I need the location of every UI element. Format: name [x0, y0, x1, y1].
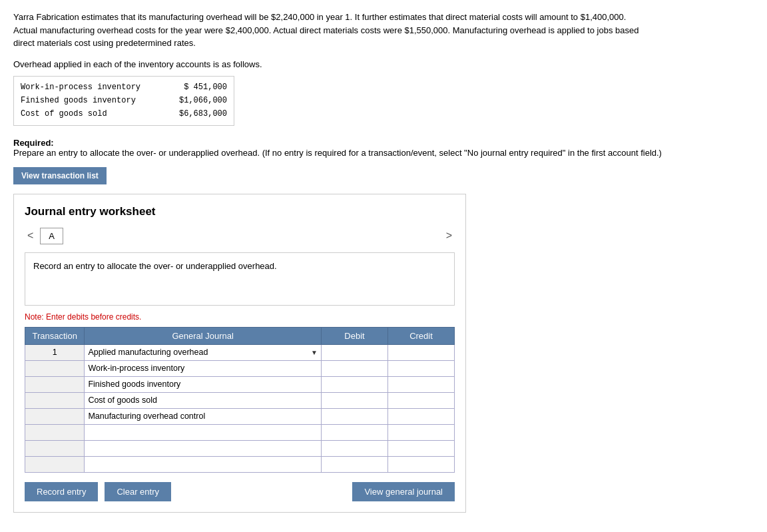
debit-cell[interactable]: [321, 360, 387, 376]
view-general-journal-button[interactable]: View general journal: [352, 482, 455, 501]
intro-paragraph: Yarra Fabrication estimates that its man…: [13, 11, 646, 50]
credit-cell[interactable]: [387, 440, 454, 456]
intro-text-1: Yarra Fabrication estimates that its man…: [13, 12, 639, 48]
general-journal-cell: [85, 440, 322, 456]
inventory-row-fg: Finished goods inventory $1,066,000: [21, 94, 227, 107]
debit-cell[interactable]: [321, 424, 387, 440]
header-transaction: Transaction: [25, 327, 85, 344]
overhead-label: Overhead applied in each of the inventor…: [13, 59, 754, 69]
journal-worksheet: Journal entry worksheet < A > Record an …: [13, 194, 466, 513]
inventory-row-cogs: Cost of goods sold $6,683,000: [21, 107, 227, 121]
transaction-cell: [25, 408, 85, 424]
table-row: Cost of goods sold: [25, 392, 455, 408]
required-instruction: Prepare an entry to allocate the over- o…: [13, 148, 754, 158]
journal-note: Note: Enter debits before credits.: [25, 312, 455, 322]
credit-cell[interactable]: [387, 392, 454, 408]
journal-table: Transaction General Journal Debit Credit…: [25, 327, 455, 473]
dropdown-arrow-icon[interactable]: ▼: [311, 349, 318, 356]
transaction-cell: [25, 376, 85, 392]
general-journal-cell: [85, 456, 322, 472]
view-transaction-button[interactable]: View transaction list: [13, 167, 107, 184]
cogs-label: Cost of goods sold: [21, 107, 154, 121]
fg-value: $1,066,000: [167, 94, 227, 107]
nav-left-arrow[interactable]: <: [25, 228, 36, 243]
tab-navigation: < A >: [25, 228, 455, 244]
header-general-journal: General Journal: [85, 327, 322, 344]
instruction-box: Record an entry to allocate the over- or…: [25, 252, 455, 306]
nav-right-arrow[interactable]: >: [443, 228, 455, 243]
debit-cell[interactable]: [321, 440, 387, 456]
tab-a-button[interactable]: A: [40, 228, 63, 244]
journal-instruction-text: Record an entry to allocate the over- or…: [33, 261, 277, 271]
fg-label: Finished goods inventory: [21, 94, 154, 107]
journal-title: Journal entry worksheet: [25, 205, 455, 218]
header-credit: Credit: [387, 327, 454, 344]
credit-cell[interactable]: [387, 424, 454, 440]
record-entry-button[interactable]: Record entry: [25, 482, 98, 501]
required-header: Required:: [13, 138, 754, 148]
transaction-cell: [25, 440, 85, 456]
cogs-value: $6,683,000: [167, 107, 227, 121]
general-journal-cell[interactable]: Finished goods inventory: [85, 376, 322, 392]
credit-cell[interactable]: [387, 360, 454, 376]
general-journal-cell[interactable]: Cost of goods sold: [85, 392, 322, 408]
debit-cell[interactable]: [321, 392, 387, 408]
credit-cell[interactable]: [387, 456, 454, 472]
table-row: [25, 424, 455, 440]
general-journal-cell[interactable]: Applied manufacturing overhead▼: [85, 344, 322, 360]
required-section: Required: Prepare an entry to allocate t…: [13, 138, 754, 158]
transaction-cell: [25, 360, 85, 376]
general-journal-cell: [85, 424, 322, 440]
table-row: Finished goods inventory: [25, 376, 455, 392]
inventory-table: Work-in-process inventory $ 451,000 Fini…: [13, 76, 234, 126]
table-row: 1Applied manufacturing overhead▼: [25, 344, 455, 360]
table-row: [25, 440, 455, 456]
required-label: Required:: [13, 138, 54, 148]
journal-entry-label: Applied manufacturing overhead: [88, 348, 208, 357]
clear-entry-button[interactable]: Clear entry: [105, 482, 171, 501]
table-header-row: Transaction General Journal Debit Credit: [25, 327, 455, 344]
credit-cell[interactable]: [387, 376, 454, 392]
transaction-cell: 1: [25, 344, 85, 360]
instruction-highlight: (If no entry is required for a transacti…: [262, 148, 662, 158]
wip-value: $ 451,000: [167, 81, 227, 94]
wip-label: Work-in-process inventory: [21, 81, 154, 94]
transaction-cell: [25, 424, 85, 440]
header-debit: Debit: [321, 327, 387, 344]
debit-cell[interactable]: [321, 408, 387, 424]
debit-cell[interactable]: [321, 456, 387, 472]
instruction-plain: Prepare an entry to allocate the over- o…: [13, 148, 260, 158]
inventory-row-wip: Work-in-process inventory $ 451,000: [21, 81, 227, 94]
transaction-cell: [25, 456, 85, 472]
debit-cell[interactable]: [321, 344, 387, 360]
table-row: Manufacturing overhead control: [25, 408, 455, 424]
general-journal-cell[interactable]: Work-in-process inventory: [85, 360, 322, 376]
table-row: Work-in-process inventory: [25, 360, 455, 376]
transaction-cell: [25, 392, 85, 408]
debit-cell[interactable]: [321, 376, 387, 392]
table-row: [25, 456, 455, 472]
general-journal-cell[interactable]: Manufacturing overhead control: [85, 408, 322, 424]
overhead-text: Overhead applied in each of the inventor…: [13, 59, 262, 69]
action-row: Record entry Clear entry View general jo…: [25, 482, 455, 501]
credit-cell[interactable]: [387, 344, 454, 360]
credit-cell[interactable]: [387, 408, 454, 424]
